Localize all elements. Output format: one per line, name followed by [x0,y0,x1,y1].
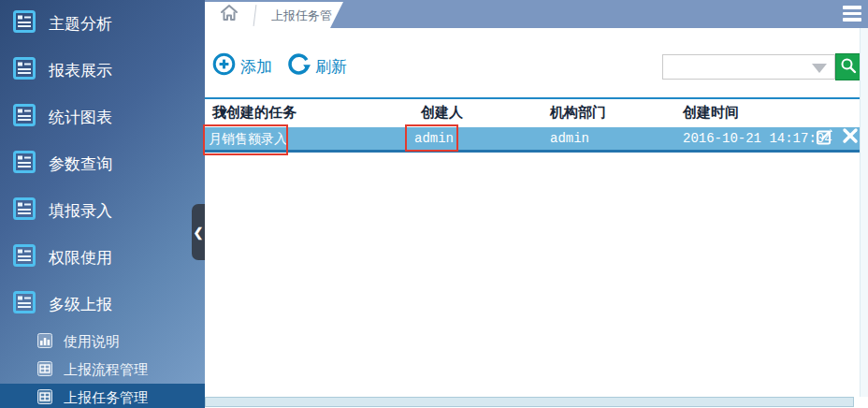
sidebar-item-report-display[interactable]: 报表展示 [0,47,205,94]
refresh-button-label: 刷新 [315,56,347,78]
sidebar-item-label: 多级上报 [49,294,112,315]
add-button[interactable]: 添加 [212,52,272,80]
add-circle-icon [212,52,236,80]
table-icon [37,361,52,379]
table-icon [37,389,52,407]
sidebar-subitem-label: 使用说明 [64,333,120,351]
sidebar-subitem-label: 上报流程管理 [64,361,148,379]
tab-bar: 上报任务管理 [205,0,868,28]
refresh-icon [287,52,311,80]
report-icon [13,57,36,84]
cell-created-time: 2016-10-21 14:17:04 [683,127,832,150]
sidebar-subitem-label: 上报任务管理 [64,389,148,407]
cell-department: admin [550,127,589,150]
table-row[interactable]: 月销售额录入 admin admin 2016-10-21 14:17:04 [205,127,868,153]
sidebar-item-label: 填报录入 [49,200,112,222]
edit-icon[interactable] [816,127,834,150]
sidebar-item-label: 统计图表 [49,107,112,128]
delete-icon[interactable] [842,127,859,150]
column-header-created-time[interactable]: 创建时间 [683,99,739,125]
bar-chart-icon [37,333,52,351]
tab-report-task-mgmt[interactable]: 上报任务管理 [271,2,343,28]
tab-strip: 上报任务管理 [205,2,343,28]
search-area [662,53,861,80]
table-header: 我创建的任务▼ 创建人 机构部门 创建时间 [205,99,868,125]
horizontal-scrollbar-thumb[interactable] [205,397,854,407]
chevron-left-icon: ❮ [194,226,204,240]
cell-creator: admin [414,127,454,150]
sidebar-item-label: 报表展示 [49,60,112,81]
tab-separator [253,5,257,26]
main-content: 上报任务管理 添加 刷新 我创建的任务▼ 创建人 机构部门 创建时间 月销售额录… [205,0,868,408]
report-icon [13,151,36,178]
sidebar-item-label: 参数查询 [49,153,112,175]
sidebar-item-theme-analysis[interactable]: 主题分析 [0,0,205,47]
sidebar-subitem-usage-guide[interactable]: 使用说明 [0,328,205,356]
vertical-scrollbar[interactable] [860,28,868,397]
cell-task-name: 月销售额录入 [209,127,287,150]
report-icon [13,197,36,225]
add-button-label: 添加 [240,56,272,78]
sidebar-item-data-entry[interactable]: 填报录入 [0,187,205,234]
report-icon [13,291,36,318]
sidebar-item-permission-use[interactable]: 权限使用 [0,234,205,281]
sidebar-item-label: 权限使用 [49,247,112,269]
report-icon [13,244,36,271]
report-icon [13,10,36,37]
sidebar-collapse-handle[interactable]: ❮ [192,204,205,260]
horizontal-scrollbar[interactable] [205,397,868,408]
search-icon [840,57,857,78]
sidebar: 主题分析 报表展示 统计图表 参数查询 填报录入 权限使用 多级上报 使用说明 … [0,0,205,408]
toolbar: 添加 刷新 [212,52,347,80]
search-input[interactable] [667,56,811,78]
dropdown-triangle-icon[interactable] [812,64,827,73]
report-icon [13,104,36,131]
sidebar-item-statistic-charts[interactable]: 统计图表 [0,94,205,140]
column-header-creator[interactable]: 创建人 [421,99,463,125]
menu-icon[interactable] [843,6,861,24]
sidebar-item-multilevel-report[interactable]: 多级上报 [0,281,205,328]
sort-caret-icon: ▼ [216,99,230,125]
column-header-department[interactable]: 机构部门 [550,99,606,125]
home-tab[interactable] [205,2,253,28]
search-button[interactable] [835,53,861,80]
home-icon [219,4,239,26]
refresh-button[interactable]: 刷新 [287,52,347,80]
search-combobox[interactable] [662,54,835,80]
sidebar-item-parameter-query[interactable]: 参数查询 [0,140,205,187]
sidebar-subitem-report-task-mgmt[interactable]: 上报任务管理 [0,384,205,408]
sidebar-subitem-report-flow-mgmt[interactable]: 上报流程管理 [0,356,205,384]
sidebar-item-label: 主题分析 [49,13,112,35]
